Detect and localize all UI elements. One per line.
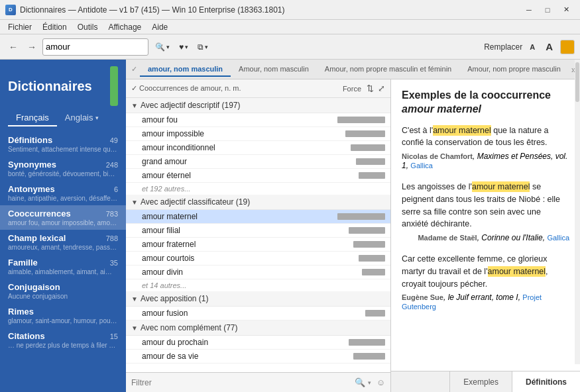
sidebar-item-conjugaison[interactable]: Conjugaison Aucune conjugaison [0, 279, 126, 303]
tab-3[interactable]: Amour, nom propre masculin [459, 62, 569, 77]
bottom-tab-exemples[interactable]: Exemples [449, 371, 512, 392]
section-header-3[interactable]: ▼ Avec nom complément (77) [126, 320, 390, 336]
section-arrow: ▼ [131, 102, 138, 109]
font-small-button[interactable]: A [526, 42, 538, 52]
maximize-button[interactable]: □ [539, 3, 556, 17]
lang-tab-anglais[interactable]: Anglais ▾ [57, 110, 107, 126]
section-header-2[interactable]: ▼ Avec apposition (1) [126, 291, 390, 307]
cooc-item-1-3[interactable]: amour courtois [126, 252, 390, 266]
tab-1[interactable]: Amour, nom masculin [231, 62, 317, 77]
cooc-item-1-2[interactable]: amour fraternel [126, 238, 390, 252]
sidebar-item-header: Antonymes 6 [8, 184, 118, 194]
examples-content: Exemples de la cooccurrence amour matern… [391, 79, 580, 371]
sidebar-item-name: Antonymes [8, 184, 55, 194]
example-text-2: Car cette excellente femme, ce glorieux … [402, 253, 569, 290]
cooc-bar [349, 339, 385, 346]
cooc-item-3-0[interactable]: amour du prochain [126, 336, 390, 350]
cooc-item-2-0[interactable]: amour fusion [126, 307, 390, 320]
lang-tab-francais[interactable]: Français [8, 110, 57, 126]
highlight-2: amour maternel [488, 266, 546, 277]
close-button[interactable]: ✕ [557, 3, 575, 17]
clipboard-button[interactable]: ⧉▾ [194, 40, 212, 54]
cooc-item-text: amour impossible [142, 129, 332, 138]
cooc-item-text: amour fou [142, 115, 332, 124]
font-large-button[interactable]: A [542, 40, 556, 54]
minimize-button[interactable]: ─ [520, 3, 538, 17]
sidebar-item-synonymes[interactable]: Synonymes 248 bonté, générosité, dévouem… [0, 156, 126, 181]
cooc-bar-container [332, 158, 385, 165]
cooc-bar-container [332, 172, 385, 179]
menu-aide[interactable]: Aide [146, 21, 173, 33]
filter-dropdown-arrow[interactable]: ▾ [368, 379, 371, 386]
cooc-item-0-1[interactable]: amour impossible [126, 127, 390, 141]
expand-icon[interactable]: ⤢ [378, 83, 385, 93]
sidebar-item-champ-lexical[interactable]: Champ lexical 788 amoureux, amant, tendr… [0, 230, 126, 254]
highlight-0: amour maternel [433, 125, 491, 136]
sidebar-item-preview: amour fou, amour impossible, amour incon… [8, 219, 117, 226]
replace-label[interactable]: Remplacer [484, 42, 522, 52]
cooc-item-0-3[interactable]: grand amour [126, 155, 390, 169]
cooc-item-text: amour fraternel [142, 240, 332, 249]
section-header-1[interactable]: ▼ Avec adjectif classificateur (19) [126, 195, 390, 210]
cooc-bar-container [332, 255, 385, 262]
menu-affichage[interactable]: Affichage [103, 21, 146, 33]
section-header-0[interactable]: ▼ Avec adjectif descriptif (197) [126, 98, 390, 113]
see-more-0[interactable]: et 192 autres... [126, 183, 390, 195]
sidebar-item-citations[interactable]: Citations 15 … ne perdez plus de temps à… [0, 328, 126, 352]
sidebar-item-cooccurrences[interactable]: Cooccurrences 783 amour fou, amour impos… [0, 205, 126, 230]
sidebar-item-name: Rimes [8, 307, 34, 317]
cooc-item-text: amour du prochain [142, 338, 332, 347]
filter-input[interactable] [131, 378, 352, 387]
bottom-tab-définitions[interactable]: Définitions [512, 371, 580, 392]
sidebar-item-name: Famille [8, 258, 38, 268]
scrollbar-thumb[interactable] [575, 79, 579, 102]
sidebar-item-définitions[interactable]: Définitions 49 Sentiment, attachement in… [0, 132, 126, 156]
sidebar-item-antonymes[interactable]: Antonymes 6 haine, antipathie, aversion,… [0, 181, 126, 205]
filter-smiley-icon: ☺ [377, 377, 385, 387]
source-link-0[interactable]: Gallica [410, 162, 433, 170]
tabs-bar: ✓ amour, nom masculinAmour, nom masculin… [126, 60, 580, 79]
source-link-1[interactable]: Gallica [547, 234, 569, 242]
cooc-item-text: amour éternel [142, 171, 332, 180]
see-more-1[interactable]: et 14 autres... [126, 279, 390, 291]
search-input[interactable] [46, 42, 157, 52]
cooc-item-3-1[interactable]: amour de sa vie [126, 350, 390, 364]
right-area: ✓ amour, nom masculinAmour, nom masculin… [126, 60, 580, 392]
sidebar-item-header: Champ lexical 788 [8, 233, 118, 243]
sidebar-item-famille[interactable]: Famille 35 aimable, aimablement, aimant,… [0, 254, 126, 279]
cooc-item-text: amour de sa vie [142, 352, 332, 361]
example-block-0: C'est à l'amour maternel que la nature a… [402, 124, 569, 171]
tab-0[interactable]: amour, nom masculin [140, 62, 231, 77]
main-layout: Dictionnaires Français Anglais ▾ Définit… [0, 60, 580, 392]
cooc-bar [362, 269, 385, 275]
heart-button[interactable]: ♥▾ [175, 40, 192, 54]
section-arrow: ▼ [131, 295, 138, 303]
cooc-item-1-4[interactable]: amour divin [126, 266, 390, 279]
sidebar-item-count: 6 [114, 185, 118, 193]
forward-button[interactable]: → [24, 39, 40, 55]
back-button[interactable]: ← [5, 39, 21, 55]
cooc-item-0-4[interactable]: amour éternel [126, 169, 390, 183]
left-panel: ✓ Cooccurrences de amour, n. m. Force ⇅ … [126, 79, 391, 392]
cooc-item-0-2[interactable]: amour inconditionnel [126, 141, 390, 155]
color-picker[interactable] [560, 40, 575, 54]
tab-2[interactable]: Amour, nom propre masculin et féminin [317, 62, 459, 77]
cooc-bar [337, 213, 385, 220]
section-arrow: ▼ [131, 199, 138, 206]
menu-fichier[interactable]: Fichier [3, 21, 37, 33]
cooc-item-0-0[interactable]: amour fou [126, 113, 390, 127]
search-plus-button[interactable]: 🔍▾ [151, 40, 174, 54]
sidebar-item-rimes[interactable]: Rimes glamour, saint-amour, humour, pour… [0, 303, 126, 328]
cooc-item-1-1[interactable]: amour filial [126, 224, 390, 238]
cooc-bar-container [332, 213, 385, 220]
toggle-icon[interactable]: ⇅ [367, 83, 374, 93]
sidebar-item-header: Conjugaison [8, 282, 118, 292]
cooc-item-1-0[interactable]: amour maternel [126, 210, 390, 224]
menu-edition[interactable]: Édition [37, 21, 72, 33]
filter-bar: 🔍 ▾ ☺ [126, 372, 390, 392]
source-italic: , le Juif errant, tome I, [443, 293, 522, 302]
sidebar-header: Dictionnaires [0, 60, 126, 110]
sidebar-item-count: 15 [110, 332, 118, 340]
menu-outils[interactable]: Outils [72, 21, 103, 33]
sidebar-indicator [110, 66, 118, 106]
